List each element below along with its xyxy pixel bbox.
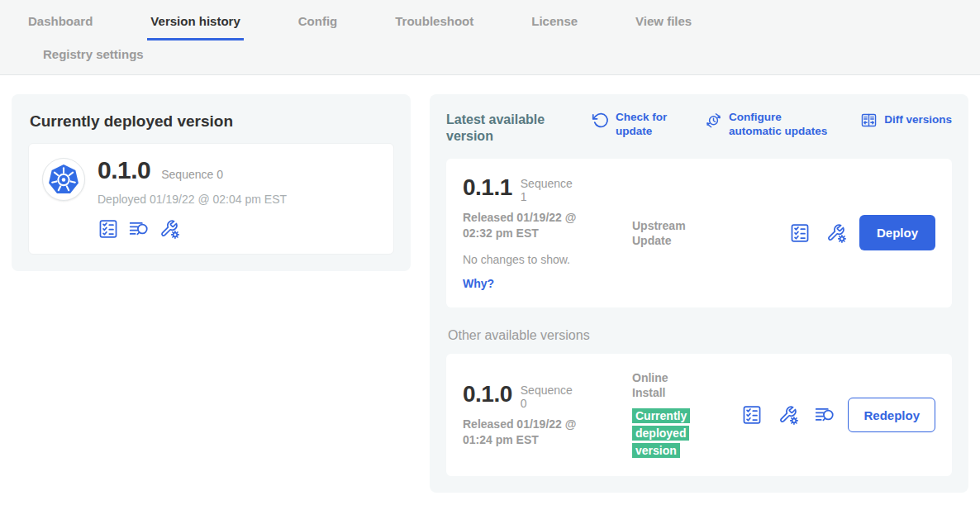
diff-versions-link[interactable]: Diff versions xyxy=(860,111,952,129)
deploy-button[interactable]: Deploy xyxy=(859,215,935,250)
currently-deployed-title: Currently deployed version xyxy=(30,112,394,131)
no-changes-text: No changes to show. xyxy=(463,253,616,266)
released-timestamp: Released 01/19/22 @ 02:32 pm EST xyxy=(463,210,602,241)
diff-versions-label: Diff versions xyxy=(884,113,952,127)
tab-dashboard[interactable]: Dashboard xyxy=(25,0,96,41)
other-version-info: 0.1.0 Sequence 0 Released 01/19/22 @ 01:… xyxy=(463,382,616,448)
deployed-version-info: 0.1.0 Sequence 0 Deployed 01/19/22 @ 02:… xyxy=(98,158,287,240)
logs-magnifier-icon[interactable] xyxy=(128,218,150,240)
preflight-checklist-icon[interactable] xyxy=(741,404,763,426)
deployed-timestamp: Deployed 01/19/22 @ 02:04 pm EST xyxy=(98,193,287,206)
preflight-checklist-icon[interactable] xyxy=(98,218,119,240)
version-source: Online Install Currently deployed versio… xyxy=(632,370,711,460)
nav-row-primary: Dashboard Version history Config Trouble… xyxy=(0,0,980,41)
currently-deployed-badge: Currently deployed version xyxy=(632,408,690,458)
diff-versions-icon xyxy=(860,112,878,129)
check-for-update-label: Check for update xyxy=(616,111,677,139)
latest-version-info: 0.1.1 Sequence 1 Released 01/19/22 @ 02:… xyxy=(463,175,616,291)
latest-available-title: Latest available version xyxy=(446,112,572,145)
tab-config[interactable]: Config xyxy=(295,0,340,41)
version-number: 0.1.0 xyxy=(463,382,512,406)
configure-automatic-updates-link[interactable]: Configure automatic updates xyxy=(705,111,835,139)
config-wrench-gear-icon[interactable] xyxy=(825,222,847,244)
sequence-label: Sequence 0 xyxy=(521,382,580,410)
tab-view-files[interactable]: View files xyxy=(632,0,695,41)
logs-magnifier-icon[interactable] xyxy=(814,404,835,426)
tab-license[interactable]: License xyxy=(528,0,581,41)
tab-troubleshoot[interactable]: Troubleshoot xyxy=(392,0,477,41)
released-timestamp: Released 01/19/22 @ 01:24 pm EST xyxy=(463,417,602,448)
sequence-label: Sequence 0 xyxy=(161,168,223,181)
auto-update-schedule-icon xyxy=(705,112,722,129)
latest-card-icons xyxy=(789,222,847,244)
sequence-label: Sequence 1 xyxy=(521,175,580,203)
tab-registry-settings[interactable]: Registry settings xyxy=(40,47,147,61)
main-content: Currently deployed version 0.1.0 Sequenc… xyxy=(0,75,980,493)
why-link[interactable]: Why? xyxy=(463,277,494,290)
currently-deployed-badge-wrap: Currently deployed version xyxy=(632,407,698,460)
preflight-checklist-icon[interactable] xyxy=(789,222,811,244)
latest-panel-header: Latest available version Check for updat… xyxy=(446,111,952,145)
kubernetes-logo xyxy=(42,158,85,201)
configure-automatic-updates-label: Configure automatic updates xyxy=(729,111,835,139)
tab-version-history[interactable]: Version history xyxy=(147,0,243,41)
source-label: Upstream Update xyxy=(632,218,698,248)
top-nav: Dashboard Version history Config Trouble… xyxy=(0,0,980,75)
version-number: 0.1.0 xyxy=(98,158,150,183)
other-card-icons xyxy=(741,404,835,426)
latest-available-panel: Latest available version Check for updat… xyxy=(430,94,968,493)
config-wrench-gear-icon[interactable] xyxy=(159,218,180,240)
currently-deployed-panel: Currently deployed version 0.1.0 Sequenc… xyxy=(12,94,411,271)
check-for-update-link[interactable]: Check for update xyxy=(592,111,677,139)
latest-version-card: 0.1.1 Sequence 1 Released 01/19/22 @ 02:… xyxy=(446,159,952,307)
deployed-version-card: 0.1.0 Sequence 0 Deployed 01/19/22 @ 02:… xyxy=(28,143,394,255)
other-version-card: 0.1.0 Sequence 0 Released 01/19/22 @ 01:… xyxy=(446,354,952,476)
source-label: Online Install xyxy=(632,370,698,400)
version-number: 0.1.1 xyxy=(463,175,512,199)
redeploy-button[interactable]: Redeploy xyxy=(848,398,935,432)
nav-row-secondary: Registry settings xyxy=(0,41,980,74)
version-source: Upstream Update xyxy=(632,218,711,248)
refresh-ccw-icon xyxy=(592,112,609,129)
other-versions-title: Other available versions xyxy=(448,328,952,343)
config-wrench-gear-icon[interactable] xyxy=(778,404,799,426)
